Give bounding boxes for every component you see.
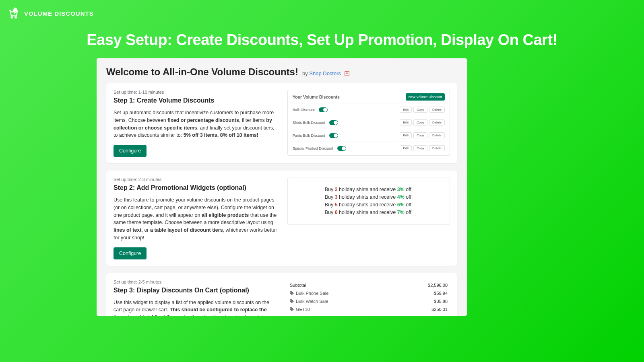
step2-preview: Buy 2 holiday shirts and receive 3% off!… (287, 177, 450, 259)
step1-card: Set up time: 1-10 minutes Step 1: Create… (106, 83, 457, 163)
delete-button[interactable]: Delete (429, 119, 445, 125)
discount-row: Pants Bulk DiscountEditCopyDelete (292, 129, 446, 142)
text: , or (141, 227, 150, 233)
discount-amount: -$250.01 (430, 307, 448, 312)
copy-button[interactable]: Copy (413, 132, 427, 138)
promo-line: Buy 6 holiday shirts and receive 7% off! (296, 210, 442, 215)
discount-name: Shirts Bulk Discount (293, 120, 338, 125)
step3-body: Use this widget to display a list of the… (114, 299, 279, 316)
svg-point-7 (290, 300, 291, 300)
svg-point-6 (290, 292, 291, 292)
cart-discount-icon: % (7, 7, 19, 19)
app-header: % VOLUME DISCOUNTS (7, 7, 94, 19)
delete-button[interactable]: Delete (429, 132, 445, 138)
step1-configure-button[interactable]: Configure (114, 145, 147, 157)
cart-discount-row: GET10-$250.01 (290, 305, 448, 313)
promo-line: Buy 5 holiday shirts and receive 6% off! (296, 202, 442, 208)
discount-tag: Bulk Watch Sale (290, 299, 328, 304)
doctor-icon (344, 70, 350, 76)
cart-summary-widget: Subtotal $2,596.00 Bulk Phone Sale-$59.9… (287, 280, 450, 316)
delete-button[interactable]: Delete (429, 107, 445, 113)
tag-icon (290, 291, 294, 295)
cart-discount-row: Bulk Phone Sale-$59.94 (290, 289, 448, 297)
new-volume-discount-button[interactable]: New Volume Discount (406, 93, 445, 101)
text-bold: fixed or percentage discounts (167, 117, 239, 123)
promo-line: Buy 3 holiday shirts and receive 4% off! (296, 194, 442, 200)
subtotal-value: $2,596.00 (428, 283, 448, 288)
svg-text:%: % (14, 8, 17, 11)
step3-setup-time: Set up time: 2-5 minutes (114, 280, 279, 284)
edit-button[interactable]: Edit (400, 119, 412, 125)
toggle-switch[interactable] (329, 120, 338, 125)
discounts-list-header: Your Volume Discounts New Volume Discoun… (292, 93, 446, 103)
discount-row: Bulk DiscountEditCopyDelete (292, 103, 446, 116)
cart-discount-row: Bulk Watch Sale-$35.88 (290, 297, 448, 305)
copy-button[interactable]: Copy (413, 107, 427, 113)
step2-card: Set up time: 2-3 minutes Step 2: Add Pro… (106, 171, 457, 266)
text-bold: a table layout of discount tiers (150, 227, 223, 233)
step1-preview: Your Volume Discounts New Volume Discoun… (287, 90, 450, 157)
edit-button[interactable]: Edit (400, 145, 412, 151)
by-prefix: by (302, 70, 309, 76)
step3-preview: Subtotal $2,596.00 Bulk Phone Sale-$59.9… (287, 280, 450, 316)
step1-text: Set up time: 1-10 minutes Step 1: Create… (114, 90, 279, 157)
vendor-link[interactable]: Shop Doctors (309, 70, 341, 76)
hero-title: Easy Setup: Create Discounts, Set Up Pro… (0, 31, 644, 49)
discount-row: Special Product DiscountEditCopyDelete (292, 142, 446, 154)
step2-title: Step 2: Add Promotional Widgets (optiona… (114, 184, 279, 191)
onboarding-panel: Welcome to All-in-One Volume Discounts! … (97, 58, 467, 316)
volume-discounts-list: Your Volume Discounts New Volume Discoun… (287, 90, 450, 156)
step2-configure-button[interactable]: Configure (114, 247, 147, 259)
svg-point-4 (346, 72, 348, 73)
promo-widget: Buy 2 holiday shirts and receive 3% off!… (287, 177, 450, 225)
step2-setup-time: Set up time: 2-3 minutes (114, 177, 279, 182)
svg-point-0 (11, 16, 13, 18)
text-bold: lines of text (114, 227, 141, 233)
step2-text: Set up time: 2-3 minutes Step 2: Add Pro… (114, 177, 279, 259)
step1-title: Step 1: Create Volume Discounts (114, 97, 279, 104)
app-name: VOLUME DISCOUNTS (24, 10, 94, 17)
toggle-switch[interactable] (319, 107, 328, 112)
discount-tag: GET10 (290, 307, 310, 312)
svg-rect-5 (345, 74, 348, 75)
welcome-byline: by Shop Doctors (302, 70, 350, 76)
step1-setup-time: Set up time: 1-10 minutes (114, 90, 279, 95)
svg-point-1 (15, 16, 17, 18)
subtotal-label: Subtotal (290, 283, 306, 288)
tag-icon (290, 307, 294, 311)
discount-tag: Bulk Phone Sale (290, 291, 328, 296)
cart-est-total-row: EST. TOTAL $2,250.17 (290, 313, 448, 316)
welcome-row: Welcome to All-in-One Volume Discounts! … (106, 66, 457, 78)
tag-icon (290, 299, 294, 303)
step3-title: Step 3: Display Discounts On Cart (optio… (114, 287, 279, 294)
promo-line: Buy 2 holiday shirts and receive 3% off! (296, 187, 442, 192)
discount-name: Bulk Discount (293, 107, 328, 112)
cart-subtotal-row: Subtotal $2,596.00 (290, 281, 448, 289)
edit-button[interactable]: Edit (400, 107, 412, 113)
step1-body: Set up automatic discounts that incentiv… (114, 109, 279, 139)
discount-name: Special Product Discount (293, 146, 346, 151)
text-bold: all eligible products (202, 212, 249, 218)
discount-name: Pants Bulk Discount (293, 133, 338, 138)
discounts-list-title: Your Volume Discounts (293, 95, 340, 99)
copy-button[interactable]: Copy (413, 119, 427, 125)
toggle-switch[interactable] (337, 146, 346, 151)
discount-amount: -$35.88 (433, 299, 448, 304)
est-total-label: EST. TOTAL (290, 315, 315, 316)
step3-text: Set up time: 2-5 minutes Step 3: Display… (114, 280, 279, 316)
svg-point-8 (290, 308, 291, 309)
welcome-title: Welcome to All-in-One Volume Discounts! (106, 66, 298, 78)
delete-button[interactable]: Delete (429, 145, 445, 151)
step2-body: Use this feature to promote your volume … (114, 196, 279, 242)
text-bold: 5% off 3 items, 8% off 10 items! (184, 132, 258, 138)
toggle-switch[interactable] (329, 133, 338, 138)
edit-button[interactable]: Edit (400, 132, 412, 138)
discount-amount: -$59.94 (433, 291, 448, 296)
discount-row: Shirts Bulk DiscountEditCopyDelete (292, 116, 446, 129)
copy-button[interactable]: Copy (413, 145, 427, 151)
est-total-value: $2,250.17 (428, 315, 448, 316)
step3-card: Set up time: 2-5 minutes Step 3: Display… (106, 273, 457, 316)
text: , filter items (239, 117, 266, 123)
